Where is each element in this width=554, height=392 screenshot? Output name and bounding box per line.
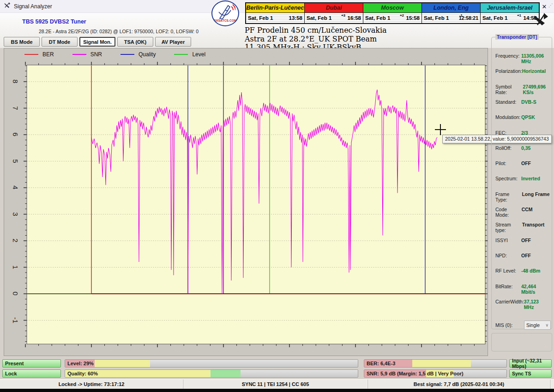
transponder-value: Long Frame xyxy=(522,191,550,202)
transponder-row-symbol-rate-: Symbol Rate:27499,696 KS/s xyxy=(495,84,550,95)
clock-moscow: MoscowSat, Feb 1+215:58 xyxy=(363,3,422,23)
clock-city: Jerusalem-Israel xyxy=(481,3,539,13)
transponder-row-rf-level-: RF Level:-48 dBm xyxy=(495,268,550,273)
transponder-value: 11305,006 MHz xyxy=(521,53,550,64)
mouse-cursor-dish-icon xyxy=(533,13,548,29)
signal-chart-panel: BERSNRQualityLevel -1012345678 2025-02-0… xyxy=(4,48,488,356)
transponder-row-stream-type-: Stream type:Transport xyxy=(495,222,550,233)
statusbar-section-1: SYNC 11 | TEI 1254 | CC 605 xyxy=(183,380,368,389)
clock-datetime: Sat, Feb 1-112:58:21 xyxy=(422,13,480,23)
transponder-row-polarization-: Polarization:Horizontal xyxy=(495,68,550,74)
transponder-row-frame-type-: Frame Type:Long Frame xyxy=(495,191,550,202)
annotation-line: Astra 2F at 28.2°E_UK SPOT Beam xyxy=(245,35,485,44)
tuner-title: TBS 5925 DVBS2 Tuner xyxy=(22,18,86,25)
y-axis-tick-label: 3 xyxy=(12,209,19,219)
clock-datetime: Sat, Feb 1+215:58 xyxy=(363,13,422,23)
y-axis-tick-label: 8 xyxy=(12,77,19,87)
world-clocks: Berlin-Paris-LučenecSat, Feb 113:58Dubai… xyxy=(245,2,540,24)
clock-berlin-paris-lu-enec: Berlin-Paris-LučenecSat, Feb 113:58 xyxy=(246,3,304,23)
satellite-dish-icon xyxy=(216,3,235,20)
clock-city: Moscow xyxy=(363,3,422,13)
transponder-row-fec-: FEC:2/3 xyxy=(495,130,550,136)
tab-dt-mode[interactable]: DT Mode xyxy=(42,37,78,47)
tab-signal-mon-[interactable]: Signal Mon. xyxy=(79,37,115,47)
transponder-value: 27499,696 KS/s xyxy=(523,84,550,95)
transponder-label: Stream type: xyxy=(495,222,522,233)
transponder-value: -48 dBm xyxy=(521,268,550,273)
transponder-label: Polarization: xyxy=(495,68,522,74)
tab-tsa-ok-[interactable]: TSA (OK) xyxy=(117,37,153,47)
statusbar-section-0: Locked -> Uptime: 73:17:12 xyxy=(0,380,183,389)
transponder-label: Modulation: xyxy=(495,114,520,120)
clock-city: London, Eng xyxy=(422,3,480,13)
transponder-value: CCM xyxy=(522,207,550,218)
progress-bar-ber: BER: 6,4E-3 xyxy=(364,359,507,368)
clock-city: Berlin-Paris-Lučenec xyxy=(246,3,304,13)
transponder-label: FEC: xyxy=(495,130,506,136)
y-axis-tick-label: 7 xyxy=(12,103,19,113)
clock-dubai: DubaiSat, Feb 1+316:58 xyxy=(305,3,363,23)
transponder-label: CarrierWidth: xyxy=(495,299,524,310)
mis-selected-value: Single xyxy=(526,322,540,328)
y-axis-tick-label: -1 xyxy=(12,315,19,325)
transponder-label: ISSYI xyxy=(495,238,508,243)
indicator-present: Present xyxy=(2,359,61,368)
transponder-value: OFF xyxy=(521,253,550,258)
transponder-panel-title: Transponder [DT] xyxy=(495,34,539,40)
transponder-value: 2/3 xyxy=(521,130,550,136)
resize-grip-icon[interactable]: ⋰ xyxy=(548,3,553,8)
transponder-value: DVB-S xyxy=(521,99,550,105)
transponder-row-modulation-: Modulation:QPSK xyxy=(495,114,550,120)
progress-bar-quality: Quality: 60% xyxy=(65,369,358,378)
tab-bs-mode[interactable]: BS Mode xyxy=(4,37,40,47)
transponder-value: QPSK xyxy=(521,114,550,120)
mis-label: MIS (0): xyxy=(495,322,512,328)
clock-jerusalem-israel: Jerusalem-IsraelSat, Feb 1+114:58 xyxy=(481,3,539,23)
transponder-row-issyi: ISSYIOFF xyxy=(495,238,550,243)
transponder-label: BitRate: xyxy=(495,284,512,295)
chevron-down-icon: ∨ xyxy=(545,323,548,327)
transponder-value: 42,464 Mbit/s xyxy=(521,284,550,295)
transponder-value: 37,123 MHz xyxy=(524,299,550,310)
transponder-value: Horizontal xyxy=(522,68,550,74)
transponder-label: RollOff: xyxy=(495,145,512,151)
transponder-panel: Transponder [DT] Frequency:11305,006 MHz… xyxy=(491,37,552,329)
transponder-label: Frequency: xyxy=(495,53,520,64)
progress-bar-snr: SNR: 5,9 dB (Margin: 1,5 dB | Very Poor) xyxy=(364,369,507,378)
annotation-line: PF Prodelin 450 cm/Lučenec-Slovakia xyxy=(245,26,485,35)
transponder-label: Spectrum: xyxy=(495,176,518,181)
transponder-value: OFF xyxy=(521,238,550,243)
mis-row: MIS (0): Single ∨ xyxy=(495,322,550,328)
statusbar-section-2: Best signal: 7,7 dB (2025-02-01 00:34) xyxy=(368,380,550,389)
tuner-subtitle: 28.2E - Astra 2E/2F/2G (ID: 0282) @ LOF1… xyxy=(39,29,199,34)
y-axis-tick-label: 6 xyxy=(12,130,19,140)
transponder-label: Code Mode: xyxy=(495,207,522,218)
signal-history-chart[interactable] xyxy=(4,48,488,356)
status-bar: Locked -> Uptime: 73:17:12SYNC 11 | TEI … xyxy=(0,379,554,389)
transponder-value: 0,35 xyxy=(521,145,550,151)
indicator-input-32-31-mbps-: Input (~32,31 Mbps) xyxy=(509,359,552,368)
mis-dropdown[interactable]: Single ∨ xyxy=(524,321,551,330)
progress-bar-level: Level: 29% xyxy=(65,359,358,368)
transponder-label: NPD: xyxy=(495,253,507,258)
clock-datetime: Sat, Feb 1+114:58 xyxy=(481,13,539,23)
transponder-value: OFF xyxy=(521,160,550,166)
app-dish-icon xyxy=(4,2,11,11)
clock-datetime: Sat, Feb 1+316:58 xyxy=(305,13,363,23)
close-icon[interactable]: ✕ xyxy=(539,3,549,11)
transponder-row-frequency-: Frequency:11305,006 MHz xyxy=(495,53,550,64)
transponder-row-npd-: NPD:OFF xyxy=(495,253,550,258)
empty-group-box xyxy=(491,333,552,351)
transponder-row-spectrum-: Spectrum:Inverted xyxy=(495,176,550,181)
transponder-row-standard-: Standard:DVB-S xyxy=(495,99,550,105)
bottom-black-strip xyxy=(0,389,554,392)
transponder-label: Symbol Rate: xyxy=(495,84,523,95)
clock-datetime: Sat, Feb 113:58 xyxy=(246,13,304,23)
y-axis-tick-label: 2 xyxy=(12,236,19,246)
transponder-value: Inverted xyxy=(521,176,550,181)
dxsatcs-logo: DXSATCS.COM xyxy=(211,0,239,26)
transponder-row-bitrate-: BitRate:42,464 Mbit/s xyxy=(495,284,550,295)
y-axis-tick-label: 1 xyxy=(12,262,19,272)
transponder-value: Transport xyxy=(522,222,550,233)
tab-av-player[interactable]: AV Player xyxy=(155,37,191,47)
